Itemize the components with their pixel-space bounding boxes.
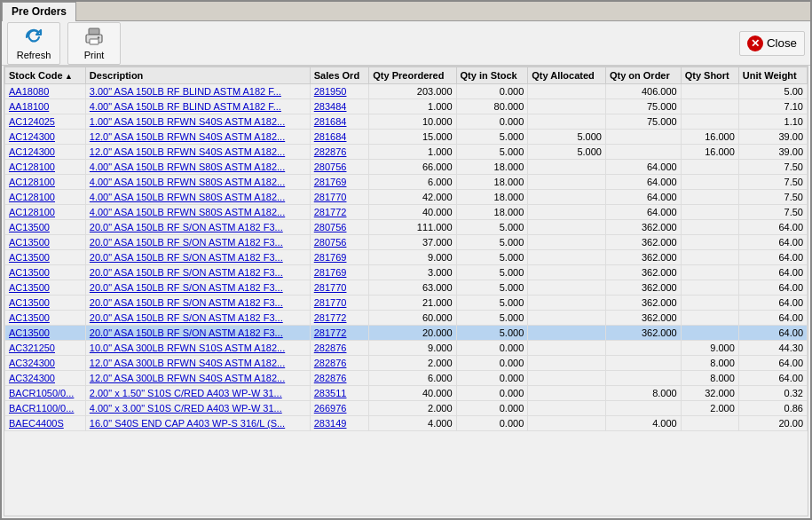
cell-sales-ord[interactable]: 280756 xyxy=(310,235,369,250)
close-button[interactable]: ✕ Close xyxy=(739,31,805,56)
cell-description[interactable]: 12.0" ASA 300LB RFWN S40S ASTM A182... xyxy=(85,371,310,386)
table-row[interactable]: AC1350020.0" ASA 150LB RF S/ON ASTM A182… xyxy=(5,220,808,235)
table-row[interactable]: AC1350020.0" ASA 150LB RF S/ON ASTM A182… xyxy=(5,235,808,250)
col-sales-ord[interactable]: Sales Ord xyxy=(310,67,369,84)
cell-description[interactable]: 2.00" x 1.50" S10S C/RED A403 WP-W 31... xyxy=(85,386,310,401)
cell-stock-code[interactable]: AC13500 xyxy=(5,311,86,326)
cell-stock-code[interactable]: AC124300 xyxy=(5,130,86,145)
cell-sales-ord[interactable]: 281772 xyxy=(310,326,369,341)
cell-stock-code[interactable]: AC13500 xyxy=(5,235,86,250)
table-row[interactable]: AC1281004.00" ASA 150LB RFWN S80S ASTM A… xyxy=(5,175,808,190)
cell-description[interactable]: 16.0" S40S END CAP A403 WP-S 316/L (S... xyxy=(85,416,310,431)
cell-description[interactable]: 10.0" ASA 300LB RFWN S10S ASTM A182... xyxy=(85,341,310,356)
cell-sales-ord[interactable]: 282876 xyxy=(310,341,369,356)
table-row[interactable]: AC1350020.0" ASA 150LB RF S/ON ASTM A182… xyxy=(5,295,808,311)
cell-sales-ord[interactable]: 280756 xyxy=(310,220,369,235)
table-row[interactable]: AC12430012.0" ASA 150LB RFWN S40S ASTM A… xyxy=(5,145,808,160)
cell-sales-ord[interactable]: 281769 xyxy=(310,265,369,280)
col-description[interactable]: Description xyxy=(85,67,310,84)
refresh-button[interactable]: Refresh xyxy=(7,22,60,65)
cell-description[interactable]: 3.00" ASA 150LB RF BLIND ASTM A182 F... xyxy=(85,84,310,99)
table-row[interactable]: AC1350020.0" ASA 150LB RF S/ON ASTM A182… xyxy=(5,311,808,326)
cell-stock-code[interactable]: AC124025 xyxy=(5,114,86,130)
cell-sales-ord[interactable]: 282876 xyxy=(310,356,369,371)
cell-description[interactable]: 4.00" ASA 150LB RF BLIND ASTM A182 F... xyxy=(85,99,310,114)
table-row[interactable]: AC1281004.00" ASA 150LB RFWN S80S ASTM A… xyxy=(5,205,808,220)
cell-sales-ord[interactable]: 283511 xyxy=(310,386,369,401)
col-unit-weight[interactable]: Unit Weight xyxy=(738,67,807,84)
cell-description[interactable]: 20.0" ASA 150LB RF S/ON ASTM A182 F3... xyxy=(85,311,310,326)
col-qty-preordered[interactable]: Qty Preordered xyxy=(369,67,456,84)
cell-description[interactable]: 20.0" ASA 150LB RF S/ON ASTM A182 F3... xyxy=(85,265,310,280)
print-button[interactable]: Print xyxy=(67,22,121,65)
cell-sales-ord[interactable]: 283484 xyxy=(310,99,369,114)
cell-stock-code[interactable]: BACR1100/0... xyxy=(5,401,86,416)
table-row[interactable]: AC1350020.0" ASA 150LB RF S/ON ASTM A182… xyxy=(5,280,808,295)
cell-description[interactable]: 20.0" ASA 150LB RF S/ON ASTM A182 F3... xyxy=(85,250,310,265)
table-row[interactable]: AC1350020.0" ASA 150LB RF S/ON ASTM A182… xyxy=(5,265,808,280)
col-qty-short[interactable]: Qty Short xyxy=(681,67,738,84)
table-row[interactable]: BACR1100/0...4.00" x 3.00" S10S C/RED A4… xyxy=(5,401,808,416)
cell-sales-ord[interactable]: 281950 xyxy=(310,84,369,99)
cell-stock-code[interactable]: BACR1050/0... xyxy=(5,386,86,401)
col-qty-allocated[interactable]: Qty Allocated xyxy=(528,67,606,84)
cell-description[interactable]: 20.0" ASA 150LB RF S/ON ASTM A182 F3... xyxy=(85,220,310,235)
table-row[interactable]: AA180803.00" ASA 150LB RF BLIND ASTM A18… xyxy=(5,84,808,99)
table-row[interactable]: AC12430012.0" ASA 150LB RFWN S40S ASTM A… xyxy=(5,130,808,145)
cell-stock-code[interactable]: AC13500 xyxy=(5,326,86,341)
cell-description[interactable]: 4.00" ASA 150LB RFWN S80S ASTM A182... xyxy=(85,190,310,205)
cell-sales-ord[interactable]: 281684 xyxy=(310,130,369,145)
cell-stock-code[interactable]: AC13500 xyxy=(5,250,86,265)
cell-stock-code[interactable]: AC324300 xyxy=(5,371,86,386)
cell-description[interactable]: 4.00" ASA 150LB RFWN S80S ASTM A182... xyxy=(85,175,310,190)
table-row[interactable]: AA181004.00" ASA 150LB RF BLIND ASTM A18… xyxy=(5,99,808,114)
cell-stock-code[interactable]: AC324300 xyxy=(5,356,86,371)
col-qty-on-order[interactable]: Qty on Order xyxy=(605,67,681,84)
cell-sales-ord[interactable]: 281769 xyxy=(310,250,369,265)
cell-stock-code[interactable]: AC13500 xyxy=(5,280,86,295)
cell-stock-code[interactable]: AC128100 xyxy=(5,175,86,190)
table-row[interactable]: AC32125010.0" ASA 300LB RFWN S10S ASTM A… xyxy=(5,341,808,356)
cell-sales-ord[interactable]: 282876 xyxy=(310,371,369,386)
cell-stock-code[interactable]: AC128100 xyxy=(5,190,86,205)
table-row[interactable]: AC1350020.0" ASA 150LB RF S/ON ASTM A182… xyxy=(5,326,808,341)
cell-stock-code[interactable]: AA18100 xyxy=(5,99,86,114)
table-row[interactable]: AC32430012.0" ASA 300LB RFWN S40S ASTM A… xyxy=(5,356,808,371)
cell-sales-ord[interactable]: 283149 xyxy=(310,416,369,431)
table-row[interactable]: AC1350020.0" ASA 150LB RF S/ON ASTM A182… xyxy=(5,250,808,265)
cell-stock-code[interactable]: BAEC4400S xyxy=(5,416,86,431)
table-row[interactable]: AC1240251.00" ASA 150LB RFWN S40S ASTM A… xyxy=(5,114,808,130)
cell-stock-code[interactable]: AC124300 xyxy=(5,145,86,160)
cell-sales-ord[interactable]: 281772 xyxy=(310,205,369,220)
cell-stock-code[interactable]: AC321250 xyxy=(5,341,86,356)
cell-description[interactable]: 1.00" ASA 150LB RFWN S40S ASTM A182... xyxy=(85,114,310,130)
cell-stock-code[interactable]: AC13500 xyxy=(5,220,86,235)
cell-description[interactable]: 20.0" ASA 150LB RF S/ON ASTM A182 F3... xyxy=(85,280,310,295)
table-row[interactable]: AC1281004.00" ASA 150LB RFWN S80S ASTM A… xyxy=(5,160,808,175)
cell-sales-ord[interactable]: 282876 xyxy=(310,145,369,160)
col-stock-code[interactable]: Stock Code xyxy=(5,67,86,84)
table-row[interactable]: BACR1050/0...2.00" x 1.50" S10S C/RED A4… xyxy=(5,386,808,401)
cell-stock-code[interactable]: AA18080 xyxy=(5,84,86,99)
cell-description[interactable]: 20.0" ASA 150LB RF S/ON ASTM A182 F3... xyxy=(85,235,310,250)
cell-sales-ord[interactable]: 281770 xyxy=(310,190,369,205)
cell-stock-code[interactable]: AC13500 xyxy=(5,295,86,311)
cell-sales-ord[interactable]: 280756 xyxy=(310,160,369,175)
cell-sales-ord[interactable]: 281770 xyxy=(310,280,369,295)
table-container[interactable]: Stock Code Description Sales Ord Qty Pre… xyxy=(4,66,808,516)
col-qty-in-stock[interactable]: Qty in Stock xyxy=(456,67,528,84)
cell-description[interactable]: 4.00" x 3.00" S10S C/RED A403 WP-W 31... xyxy=(85,401,310,416)
cell-description[interactable]: 20.0" ASA 150LB RF S/ON ASTM A182 F3... xyxy=(85,326,310,341)
cell-sales-ord[interactable]: 281772 xyxy=(310,311,369,326)
cell-stock-code[interactable]: AC128100 xyxy=(5,205,86,220)
cell-description[interactable]: 12.0" ASA 150LB RFWN S40S ASTM A182... xyxy=(85,130,310,145)
cell-description[interactable]: 4.00" ASA 150LB RFWN S80S ASTM A182... xyxy=(85,160,310,175)
table-row[interactable]: AC32430012.0" ASA 300LB RFWN S40S ASTM A… xyxy=(5,371,808,386)
cell-description[interactable]: 12.0" ASA 300LB RFWN S40S ASTM A182... xyxy=(85,356,310,371)
cell-sales-ord[interactable]: 266976 xyxy=(310,401,369,416)
table-row[interactable]: AC1281004.00" ASA 150LB RFWN S80S ASTM A… xyxy=(5,190,808,205)
cell-sales-ord[interactable]: 281769 xyxy=(310,175,369,190)
cell-stock-code[interactable]: AC128100 xyxy=(5,160,86,175)
table-row[interactable]: BAEC4400S16.0" S40S END CAP A403 WP-S 31… xyxy=(5,416,808,431)
cell-description[interactable]: 20.0" ASA 150LB RF S/ON ASTM A182 F3... xyxy=(85,295,310,311)
